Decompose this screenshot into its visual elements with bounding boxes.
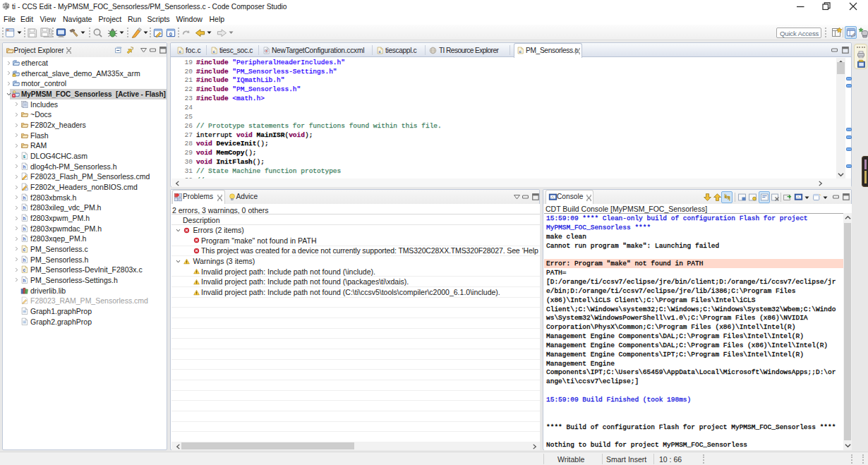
svg-text:0: 0 (169, 31, 172, 37)
